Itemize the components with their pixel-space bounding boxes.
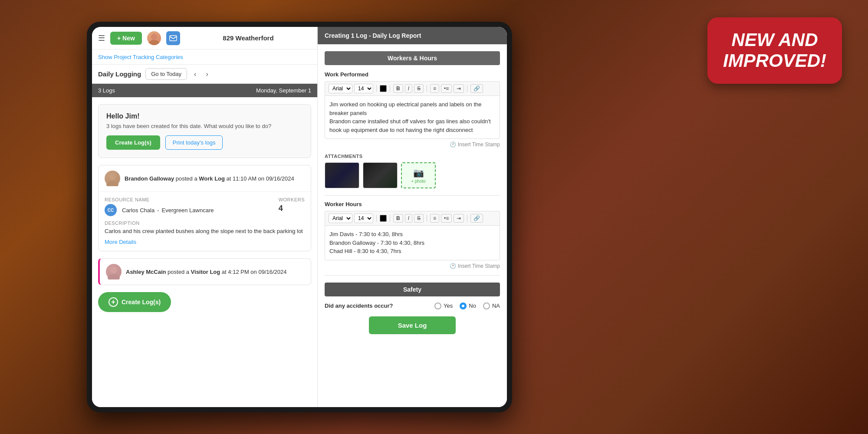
more-details-link[interactable]: More Details bbox=[105, 239, 136, 245]
log-entry-1: Brandon Galloway posted a Work Log at 11… bbox=[98, 165, 311, 251]
resource-section: RESOURCE NAME CC Carlos Chala - Evergree… bbox=[105, 197, 214, 216]
description-label: DESCRIPTION bbox=[105, 220, 305, 226]
nav-prev-arrow[interactable]: ‹ bbox=[191, 69, 199, 80]
indent-button-2[interactable]: ⇥ bbox=[454, 214, 464, 223]
plus-circle-icon: + bbox=[108, 297, 118, 307]
workers-label: WORKERS bbox=[279, 197, 305, 202]
svg-point-5 bbox=[110, 266, 117, 273]
go-to-today-button[interactable]: Go to Today bbox=[145, 68, 187, 80]
bullet-list-button[interactable]: •≡ bbox=[441, 84, 452, 93]
work-performed-toolbar: Arial 14 B I S ≡ •≡ ⇥ 🔗 bbox=[325, 81, 500, 95]
left-panel: ☰ + New 829 Weatherford Show Project Tra… bbox=[92, 27, 318, 407]
resource-label: RESOURCE NAME bbox=[105, 197, 214, 202]
poster-2-name: Ashley McCain bbox=[126, 269, 166, 275]
tablet-screen: ☰ + New 829 Weatherford Show Project Tra… bbox=[92, 27, 507, 407]
worker-hours-editor[interactable]: Jim Davis - 7:30 to 4:30, 8hrs Brandon G… bbox=[325, 225, 500, 260]
font-size-select-2[interactable]: 14 bbox=[354, 214, 373, 223]
log-entry-1-meta: RESOURCE NAME CC Carlos Chala - Evergree… bbox=[105, 197, 305, 216]
welcome-actions: Create Log(s) Print today's logs bbox=[106, 135, 303, 150]
radio-na-label: NA bbox=[492, 302, 500, 309]
log-type-1: Work Log bbox=[199, 175, 225, 182]
workers-section: WORKERS 4 bbox=[279, 197, 305, 216]
italic-button[interactable]: I bbox=[405, 84, 412, 93]
log-entry-2-text: Ashley McCain posted a Visitor Log at 4:… bbox=[126, 269, 287, 275]
resource-name: Carlos Chala bbox=[122, 207, 155, 214]
work-performed-editor[interactable]: Jim worked on hooking up electrical pane… bbox=[325, 95, 500, 139]
right-panel: Creating 1 Log - Daily Log Report Worker… bbox=[318, 27, 507, 407]
bottom-create-log-button[interactable]: + Create Log(s) bbox=[98, 292, 171, 312]
right-panel-header: Creating 1 Log - Daily Log Report bbox=[318, 27, 507, 44]
hamburger-icon[interactable]: ☰ bbox=[98, 33, 105, 43]
avatar[interactable] bbox=[147, 31, 161, 45]
resource-badge: CC bbox=[105, 204, 117, 216]
link-button[interactable]: 🔗 bbox=[470, 84, 483, 93]
radio-no-circle[interactable] bbox=[460, 302, 467, 309]
link-button-2[interactable]: 🔗 bbox=[470, 214, 483, 223]
resource-value: CC Carlos Chala - Evergreen Lawncare bbox=[105, 204, 214, 216]
radio-yes[interactable]: Yes bbox=[434, 302, 453, 309]
log-entry-1-avatar bbox=[105, 171, 120, 186]
strikethrough-button-2[interactable]: S bbox=[414, 214, 424, 223]
font-color-swatch-2[interactable] bbox=[380, 215, 387, 222]
indent-button[interactable]: ⇥ bbox=[454, 84, 464, 93]
bold-button[interactable]: B bbox=[393, 84, 403, 93]
ordered-list-button-2[interactable]: ≡ bbox=[430, 214, 439, 223]
add-photo-button[interactable]: 📷 + photo bbox=[401, 162, 436, 188]
strikethrough-button[interactable]: S bbox=[414, 84, 424, 93]
log-date-1: 09/16/2024 bbox=[266, 175, 294, 182]
add-photo-label: + photo bbox=[411, 179, 426, 184]
badge-line2: IMPROVED! bbox=[723, 50, 826, 71]
attachments-label: ATTACHMENTS bbox=[325, 154, 500, 159]
app-header: ☰ + New 829 Weatherford bbox=[92, 27, 317, 49]
new-button[interactable]: + New bbox=[110, 32, 142, 45]
message-icon[interactable] bbox=[166, 31, 180, 45]
bullet-list-button-2[interactable]: •≡ bbox=[441, 214, 452, 223]
svg-point-4 bbox=[106, 181, 118, 186]
tablet-device: ☰ + New 829 Weatherford Show Project Tra… bbox=[87, 22, 512, 412]
font-color-swatch[interactable] bbox=[380, 85, 387, 92]
nav-next-arrow[interactable]: › bbox=[203, 69, 210, 80]
toolbar-divider-3 bbox=[427, 85, 427, 92]
accidents-label: Did any accidents occur? bbox=[325, 302, 427, 309]
radio-na[interactable]: NA bbox=[483, 302, 500, 309]
font-family-select-2[interactable]: Arial bbox=[329, 214, 352, 223]
print-logs-link[interactable]: Print today's logs bbox=[165, 135, 223, 150]
log-entry-2-avatar bbox=[106, 264, 122, 279]
tracking-link[interactable]: Show Project Tracking Categories bbox=[98, 54, 183, 60]
svg-point-0 bbox=[151, 34, 157, 40]
bottom-create-label: Create Log(s) bbox=[122, 299, 161, 306]
resource-company: Evergreen Lawncare bbox=[162, 207, 214, 214]
separator-2 bbox=[325, 275, 500, 276]
badge-line1: NEW AND bbox=[731, 30, 818, 50]
log-time-1: 11:10 AM bbox=[233, 175, 256, 182]
date-bar: 3 Logs Monday, September 1 bbox=[92, 84, 317, 97]
create-log-button[interactable]: Create Log(s) bbox=[106, 135, 160, 150]
italic-button-2[interactable]: I bbox=[405, 214, 412, 223]
separator-1 bbox=[325, 195, 500, 196]
radio-no[interactable]: No bbox=[460, 302, 476, 309]
attachment-2[interactable] bbox=[363, 162, 398, 188]
daily-logging-label: Daily Logging bbox=[98, 70, 141, 78]
bold-button-2[interactable]: B bbox=[393, 214, 403, 223]
right-panel-content: Workers & Hours Work Performed Arial 14 … bbox=[318, 44, 507, 407]
log-entry-2-header: Ashley McCain posted a Visitor Log at 4:… bbox=[100, 259, 311, 285]
radio-na-circle[interactable] bbox=[483, 302, 490, 309]
insert-timestamp-1[interactable]: 🕐 Insert Time Stamp bbox=[325, 141, 500, 148]
attachments-row: 📷 + photo bbox=[325, 162, 500, 188]
save-log-button[interactable]: Save Log bbox=[369, 316, 456, 334]
attachment-1[interactable] bbox=[325, 162, 359, 188]
insert-timestamp-2[interactable]: 🕐 Insert Time Stamp bbox=[325, 263, 500, 269]
ordered-list-button[interactable]: ≡ bbox=[430, 84, 439, 93]
font-size-select[interactable]: 14 bbox=[354, 84, 373, 93]
daily-logging-bar: Daily Logging Go to Today ‹ › bbox=[92, 65, 317, 84]
log-type-2: Visitor Log bbox=[191, 269, 220, 275]
radio-yes-circle[interactable] bbox=[434, 302, 441, 309]
workers-count: 4 bbox=[279, 204, 305, 213]
worker-hours-label: Worker Hours bbox=[325, 201, 500, 207]
timestamp-label-1: Insert Time Stamp bbox=[458, 141, 500, 148]
subheader: Show Project Tracking Categories bbox=[92, 49, 317, 65]
font-family-select[interactable]: Arial bbox=[329, 84, 352, 93]
svg-rect-2 bbox=[170, 36, 177, 41]
project-title: 829 Weatherford bbox=[185, 34, 311, 42]
log-entry-2: Ashley McCain posted a Visitor Log at 4:… bbox=[98, 258, 311, 285]
